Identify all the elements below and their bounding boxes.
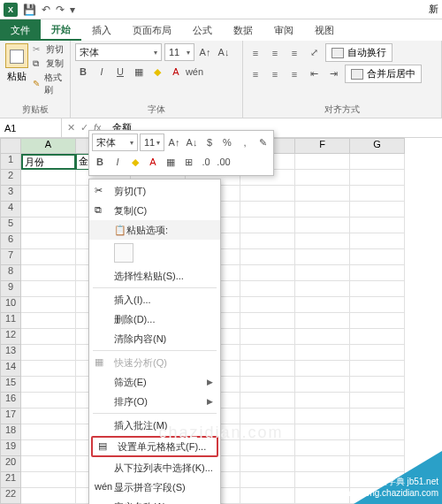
cell[interactable] [295, 329, 350, 345]
cell[interactable] [240, 249, 295, 265]
cell[interactable] [295, 154, 350, 170]
paste-button[interactable]: 粘贴 [4, 43, 29, 96]
cell[interactable] [21, 329, 76, 345]
mini-format-painter-icon[interactable]: ✎ [255, 134, 271, 150]
mini-increase-font-icon[interactable]: A↑ [166, 134, 182, 150]
cell[interactable] [21, 472, 76, 488]
cell[interactable] [295, 424, 350, 440]
mini-font-color-icon[interactable]: A [145, 154, 161, 170]
cancel-icon[interactable]: ✕ [67, 122, 75, 134]
cell[interactable] [21, 218, 76, 233]
decrease-indent-icon[interactable]: ⇤ [306, 66, 322, 82]
cell[interactable] [240, 456, 295, 472]
ctx-insert[interactable]: 插入(I)... [89, 290, 220, 309]
col-header-a[interactable]: A [21, 138, 76, 154]
cell[interactable] [350, 186, 405, 202]
row-header[interactable]: 10 [0, 297, 21, 313]
cell[interactable] [21, 488, 76, 504]
cell[interactable] [350, 424, 405, 440]
row-header[interactable]: 3 [0, 186, 21, 202]
cell[interactable] [21, 345, 76, 361]
cell[interactable] [21, 186, 76, 202]
cell[interactable] [240, 281, 295, 297]
align-center-icon[interactable]: ≡ [267, 66, 283, 82]
cell[interactable] [240, 440, 295, 456]
row-header[interactable]: 11 [0, 313, 21, 329]
col-header-g[interactable]: G [350, 138, 405, 154]
row-header[interactable]: 9 [0, 281, 21, 297]
cell[interactable] [21, 409, 76, 424]
name-box[interactable]: A1 [0, 118, 62, 137]
cell[interactable] [240, 472, 295, 488]
cell[interactable] [350, 393, 405, 409]
row-header[interactable]: 12 [0, 329, 21, 345]
align-right-icon[interactable]: ≡ [286, 66, 302, 82]
cell[interactable] [295, 377, 350, 393]
cell[interactable] [295, 218, 350, 233]
cell[interactable] [240, 345, 295, 361]
wrap-text-button[interactable]: 自动换行 [325, 43, 392, 62]
cell[interactable] [21, 361, 76, 377]
font-name-combo[interactable]: 宋体▾ [75, 43, 162, 61]
mini-percent-icon[interactable]: % [219, 134, 235, 150]
cell[interactable] [21, 281, 76, 297]
tab-data[interactable]: 数据 [223, 19, 263, 41]
cell[interactable] [21, 424, 76, 440]
cell[interactable] [240, 424, 295, 440]
row-header[interactable]: 5 [0, 218, 21, 233]
cell[interactable] [21, 170, 76, 186]
cell[interactable] [240, 265, 295, 281]
cell[interactable] [350, 377, 405, 393]
tab-file[interactable]: 文件 [0, 19, 41, 41]
cell[interactable] [295, 170, 350, 186]
cell[interactable] [21, 233, 76, 249]
align-left-icon[interactable]: ≡ [248, 66, 263, 82]
cell[interactable] [240, 233, 295, 249]
tab-page-layout[interactable]: 页面布局 [122, 19, 182, 41]
mini-merge-icon[interactable]: ⊞ [180, 154, 196, 170]
row-header[interactable]: 6 [0, 233, 21, 249]
cell[interactable] [240, 393, 295, 409]
cell[interactable] [350, 297, 405, 313]
mini-italic-button[interactable]: I [110, 154, 126, 170]
row-header[interactable]: 13 [0, 345, 21, 361]
fill-color-button[interactable]: ◆ [149, 64, 165, 80]
bold-button[interactable]: B [75, 64, 91, 80]
cell[interactable] [295, 265, 350, 281]
mini-increase-decimal-icon[interactable]: .0 [198, 154, 214, 170]
mini-bold-button[interactable]: B [92, 154, 108, 170]
cell[interactable] [295, 233, 350, 249]
cell[interactable] [295, 297, 350, 313]
cell[interactable] [350, 170, 405, 186]
cell[interactable] [350, 345, 405, 361]
tab-insert[interactable]: 插入 [81, 19, 122, 41]
cell[interactable] [240, 186, 295, 202]
cell[interactable] [240, 361, 295, 377]
copy-button[interactable]: ⧉复制 [33, 57, 65, 70]
ctx-cut[interactable]: ✂剪切(T) [89, 181, 220, 201]
cell[interactable] [350, 233, 405, 249]
row-header[interactable]: 19 [0, 440, 21, 456]
cell[interactable] [21, 249, 76, 265]
row-header[interactable]: 15 [0, 377, 21, 393]
cell[interactable] [240, 297, 295, 313]
mini-comma-icon[interactable]: , [237, 134, 253, 150]
cell[interactable] [295, 345, 350, 361]
cell[interactable] [295, 440, 350, 456]
cell[interactable] [21, 297, 76, 313]
undo-icon[interactable]: ↶ [42, 4, 50, 16]
cell[interactable] [240, 202, 295, 218]
ctx-paste-special[interactable]: 选择性粘贴(S)... [89, 266, 220, 286]
mini-font-size[interactable]: 11▾ [140, 134, 164, 151]
tab-home[interactable]: 开始 [41, 19, 81, 41]
tab-formula[interactable]: 公式 [182, 19, 223, 41]
mini-accounting-icon[interactable]: $ [202, 134, 217, 150]
cell[interactable] [240, 409, 295, 424]
cell[interactable] [21, 377, 76, 393]
ctx-define-name[interactable]: 定义名称(A)... [89, 497, 220, 504]
cell[interactable] [295, 202, 350, 218]
align-middle-icon[interactable]: ≡ [267, 45, 283, 61]
row-header[interactable]: 4 [0, 202, 21, 218]
ctx-sort[interactable]: 排序(O)▶ [89, 392, 220, 411]
row-header[interactable]: 22 [0, 488, 21, 504]
